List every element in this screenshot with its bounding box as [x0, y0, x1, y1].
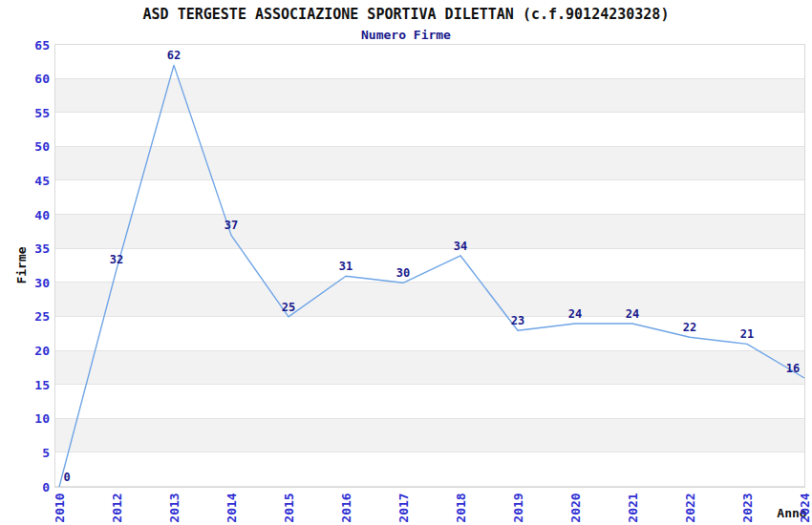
point-label: 25: [282, 301, 295, 314]
point-label: 37: [224, 219, 238, 232]
point-label: 30: [396, 266, 410, 280]
point-label: 62: [167, 49, 181, 62]
y-tick-label: 5: [0, 446, 50, 460]
y-tick-label: 0: [0, 480, 50, 494]
x-tick-label: 2013: [168, 493, 182, 522]
chart-title: ASD TERGESTE ASSOCIAZIONE SPORTIVA DILET…: [0, 6, 812, 23]
point-label: 34: [454, 240, 467, 253]
y-tick-label: 30: [0, 276, 50, 290]
series-polyline: [59, 65, 804, 487]
point-label: 24: [626, 307, 639, 321]
point-label: 21: [740, 327, 754, 341]
point-label: 16: [786, 362, 800, 375]
point-label: 0: [63, 471, 70, 484]
x-tick-label: 2015: [283, 493, 296, 522]
chart-subtitle: Numero Firme: [0, 28, 812, 42]
point-label: 31: [339, 260, 353, 273]
y-tick-label: 25: [0, 309, 50, 324]
chart-root: ASD TERGESTE ASSOCIAZIONE SPORTIVA DILET…: [0, 0, 812, 525]
x-tick-label: 2023: [741, 493, 755, 522]
y-tick-label: 20: [0, 344, 50, 358]
y-tick-label: 10: [0, 411, 50, 426]
y-tick-label: 55: [0, 106, 50, 120]
x-tick-label: 2010: [53, 493, 67, 522]
y-tick-label: 45: [0, 174, 50, 188]
plot-area: 032623725313034232424222116: [54, 44, 805, 488]
point-label: 22: [683, 321, 696, 334]
y-tick-label: 40: [0, 208, 50, 222]
x-tick-label: 2017: [397, 493, 411, 522]
x-tick-label: 2021: [627, 493, 640, 522]
y-tick-label: 65: [0, 38, 50, 52]
point-label: 24: [568, 307, 582, 321]
point-label: 23: [511, 314, 524, 327]
y-tick-label: 35: [0, 242, 50, 256]
y-tick-label: 60: [0, 72, 50, 86]
x-tick-label: 2012: [111, 493, 124, 522]
x-tick-label: 2016: [340, 493, 353, 522]
y-tick-label: 15: [0, 378, 50, 392]
line-series: [55, 45, 804, 487]
x-tick-label: 2022: [684, 493, 697, 522]
x-tick-label: 2019: [512, 493, 525, 522]
x-tick-label: 2014: [225, 493, 239, 522]
x-tick-label: 2018: [455, 493, 468, 522]
y-tick-label: 50: [0, 139, 50, 154]
x-tick-label: 2020: [569, 493, 583, 522]
point-label: 32: [110, 253, 123, 266]
x-tick-label: 2024: [799, 493, 812, 522]
